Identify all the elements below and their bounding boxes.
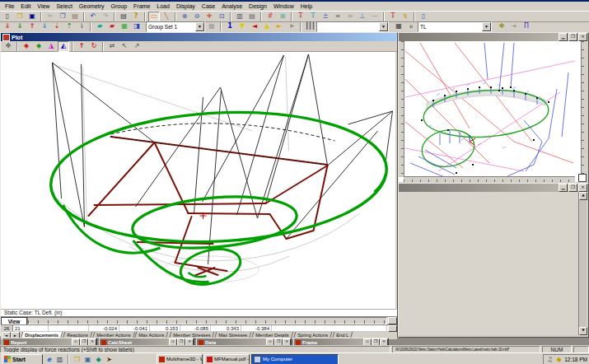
minimize-icon[interactable]: ▁	[559, 184, 568, 192]
menu-analyse[interactable]: Analyse	[218, 2, 245, 11]
animation-slider-field[interactable]: ▼	[316, 21, 389, 32]
view-front-icon[interactable]: ◈	[21, 41, 32, 52]
menu-design[interactable]: Design	[245, 2, 270, 11]
grid-end-handle[interactable]	[388, 325, 397, 332]
data-panel-content[interactable]: ▲ ▼	[399, 192, 587, 335]
menu-select[interactable]: Select	[53, 2, 75, 11]
chart-icon-green[interactable]: ▦	[119, 21, 130, 32]
view-plan-icon[interactable]: ◮	[45, 41, 57, 52]
animation-bars-icon[interactable]: ┃┃┃	[304, 21, 316, 32]
rotate-left-icon[interactable]: ↖	[119, 41, 130, 52]
rotate-up-icon[interactable]: ↑	[76, 41, 87, 52]
next-case-icon[interactable]: ➜	[508, 21, 520, 32]
load-case-icon-7[interactable]: ⇂	[76, 21, 87, 32]
grid-row-header[interactable]: 26	[1, 325, 13, 332]
scroll-down-icon[interactable]: ▼	[579, 327, 587, 335]
maximize-icon[interactable]: ❐	[568, 184, 577, 192]
chart-icon-teal[interactable]: ▰	[94, 21, 105, 32]
frame-view-titlebar[interactable]: ▁ ❐ ×	[399, 33, 588, 41]
data-panel-titlebar[interactable]: ▁ ❐ ×	[399, 184, 588, 192]
pan-view-icon[interactable]: ✥	[2, 41, 14, 52]
chevron-down-icon[interactable]: ▼	[195, 22, 204, 31]
quick-launch-media-icon[interactable]: ◆	[94, 355, 103, 364]
grid-cell-empty[interactable]	[272, 325, 387, 332]
plot-window-titlebar[interactable]: Plot	[1, 33, 397, 41]
warning-icon[interactable]: ▲	[261, 21, 273, 32]
menu-edit[interactable]: Edit	[17, 2, 34, 11]
result-icon-1[interactable]: 1	[224, 21, 236, 32]
load-case-icon-3[interactable]: ⇑	[26, 21, 38, 32]
tray-shield-icon[interactable]: ◆	[555, 355, 563, 364]
menu-geometry[interactable]: Geometry	[76, 2, 108, 11]
close-icon[interactable]: ×	[578, 184, 587, 192]
funnel-icon[interactable]: ▼	[236, 21, 248, 32]
compass-icon[interactable]: ✥	[496, 21, 507, 32]
view-axonometric-icon[interactable]: ◭	[58, 41, 69, 52]
vertical-scrollbar[interactable]: ▲ ▼	[578, 192, 587, 335]
scroll-up-icon[interactable]: ▲	[579, 192, 587, 200]
frame-window-icon	[296, 340, 301, 345]
menu-file[interactable]: File	[2, 2, 17, 11]
trend-icon[interactable]: ➤	[286, 21, 297, 32]
grid-cell[interactable]: 0.153	[150, 325, 180, 332]
volume-icon[interactable]: ♫	[546, 355, 554, 364]
menu-load[interactable]: Load	[153, 2, 173, 11]
quick-launch-ie-icon[interactable]: e	[44, 355, 54, 364]
menu-display[interactable]: Display	[173, 2, 199, 11]
menu-help[interactable]: Help	[297, 2, 316, 11]
quick-launch-folder-icon[interactable]: ❒	[72, 355, 82, 364]
chevron-down-icon[interactable]: ▼	[379, 22, 388, 31]
group-apply-icon[interactable]: ▦	[206, 21, 217, 32]
menu-frame[interactable]: Frame	[130, 2, 153, 11]
mdi-workspace: Plot ✥ ◈ ◈ ◮ ◭ ↑ ↻ ⇄ ↖ ↗	[0, 32, 589, 345]
load-case-icon-2[interactable]: ⇓	[14, 21, 26, 32]
report-window-icon	[4, 340, 9, 345]
task-multiframe[interactable]: Multiframe3D - W:\20...	[157, 354, 203, 364]
rotate-right-icon[interactable]: ↗	[131, 41, 143, 52]
windows-flag-icon	[4, 356, 11, 362]
maximize-icon[interactable]: ❐	[568, 33, 577, 41]
grid-cell[interactable]: -0.041	[119, 325, 150, 332]
menu-window[interactable]: Window	[270, 2, 297, 11]
load-case-icon-5[interactable]: ⇣	[51, 21, 63, 32]
pi-icon[interactable]: Π	[521, 21, 532, 32]
flip-view-icon[interactable]: ⇄	[106, 41, 118, 52]
grid-cell[interactable]: -0.085	[180, 325, 211, 332]
table-view-icon[interactable]: ▦	[393, 21, 404, 32]
chart-icon-blue[interactable]: ◨	[131, 21, 143, 32]
plot-canvas[interactable]	[1, 52, 395, 310]
load-case-icon-6[interactable]: ⇡	[63, 21, 75, 32]
quick-launch-tool-icon[interactable]: ➤	[105, 355, 114, 364]
arrow-right-icon[interactable]: ►	[273, 21, 285, 32]
case-combobox[interactable]: TL ▼	[418, 21, 492, 32]
rotate-cw-icon[interactable]: ↻	[88, 41, 100, 52]
minimize-icon[interactable]: ▁	[559, 33, 568, 41]
chevron-down-icon[interactable]: ▼	[482, 22, 491, 31]
task-my-computer[interactable]: My Computer	[251, 354, 339, 364]
grid-cell[interactable]: 21	[13, 325, 49, 332]
frame-view-canvas[interactable]	[399, 41, 587, 182]
load-case-icon-4[interactable]: ⇓	[39, 21, 50, 32]
ruler-end-handle[interactable]	[388, 317, 397, 324]
task-mfmanual-pdf[interactable]: MFManual.pdf - Adobe R...	[204, 354, 250, 364]
menu-case[interactable]: Case	[199, 2, 218, 11]
load-case-icon-1[interactable]: ⇓	[2, 21, 13, 32]
view-side-icon[interactable]: ◈	[33, 41, 44, 52]
clock[interactable]: 12:18 PM	[564, 357, 587, 362]
menu-view[interactable]: View	[34, 2, 53, 11]
quick-launch-desktop-icon[interactable]: ▣	[83, 355, 92, 364]
calcsheet-window-icon	[101, 340, 106, 345]
grid-cell[interactable]: 0.343	[211, 325, 241, 332]
grid-cell[interactable]	[49, 325, 89, 332]
tab-view[interactable]: View	[1, 317, 27, 324]
group-set-combobox[interactable]: Group Set 1 ▼	[146, 21, 205, 32]
arrow-left-icon[interactable]: ◄	[249, 21, 260, 32]
start-button[interactable]: Start	[2, 354, 43, 364]
case-dot-icon[interactable]: o	[405, 21, 417, 32]
grid-cell[interactable]: -0.384	[241, 325, 272, 332]
grid-cell[interactable]: -0.024	[89, 325, 119, 332]
chart-icon-red[interactable]: ▰	[106, 21, 118, 32]
menu-group[interactable]: Group	[108, 2, 130, 11]
close-icon[interactable]: ×	[578, 33, 587, 41]
quick-launch-channels-icon[interactable]: ▥	[55, 355, 64, 364]
